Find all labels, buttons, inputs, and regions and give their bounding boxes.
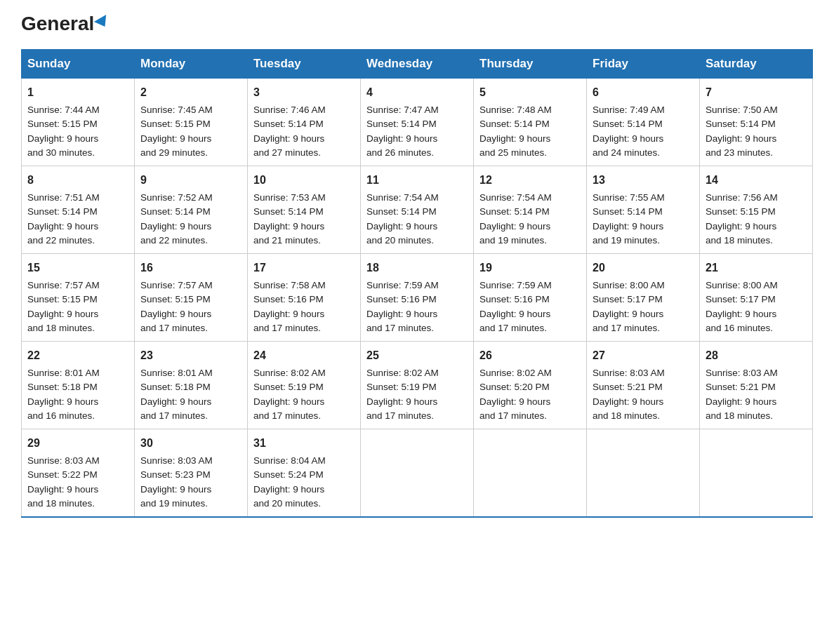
- day-number: 6: [593, 84, 694, 101]
- day-number: 29: [27, 435, 128, 452]
- day-number: 26: [479, 347, 581, 364]
- day-number: 15: [27, 260, 128, 276]
- calendar-cell: 19Sunrise: 7:59 AMSunset: 5:16 PMDayligh…: [474, 254, 587, 342]
- logo: General: [21, 14, 110, 35]
- calendar-cell: [361, 429, 474, 518]
- col-tuesday: Tuesday: [248, 50, 361, 79]
- day-number: 22: [27, 347, 128, 364]
- calendar-cell: 4Sunrise: 7:47 AMSunset: 5:14 PMDaylight…: [361, 79, 474, 166]
- calendar-cell: 18Sunrise: 7:59 AMSunset: 5:16 PMDayligh…: [361, 254, 474, 342]
- calendar-week-row: 8Sunrise: 7:51 AMSunset: 5:14 PMDaylight…: [22, 166, 813, 254]
- calendar-cell: 23Sunrise: 8:01 AMSunset: 5:18 PMDayligh…: [135, 342, 248, 429]
- calendar-week-row: 29Sunrise: 8:03 AMSunset: 5:22 PMDayligh…: [22, 429, 813, 518]
- calendar-cell: 31Sunrise: 8:04 AMSunset: 5:24 PMDayligh…: [248, 429, 361, 518]
- calendar-cell: 17Sunrise: 7:58 AMSunset: 5:16 PMDayligh…: [248, 254, 361, 342]
- day-number: 27: [593, 347, 694, 364]
- calendar-cell: [587, 429, 700, 518]
- day-number: 2: [140, 84, 241, 101]
- calendar-cell: 7Sunrise: 7:50 AMSunset: 5:14 PMDaylight…: [700, 79, 813, 166]
- day-number: 28: [706, 347, 807, 364]
- calendar-week-row: 1Sunrise: 7:44 AMSunset: 5:15 PMDaylight…: [22, 79, 813, 166]
- day-number: 1: [27, 84, 128, 101]
- calendar-cell: 26Sunrise: 8:02 AMSunset: 5:20 PMDayligh…: [474, 342, 587, 429]
- day-number: 31: [253, 435, 355, 452]
- calendar-cell: 12Sunrise: 7:54 AMSunset: 5:14 PMDayligh…: [474, 166, 587, 254]
- calendar-cell: 16Sunrise: 7:57 AMSunset: 5:15 PMDayligh…: [135, 254, 248, 342]
- calendar-cell: 14Sunrise: 7:56 AMSunset: 5:15 PMDayligh…: [700, 166, 813, 254]
- calendar-cell: 2Sunrise: 7:45 AMSunset: 5:15 PMDaylight…: [135, 79, 248, 166]
- day-number: 7: [706, 84, 807, 101]
- day-number: 30: [140, 435, 241, 452]
- calendar-body: 1Sunrise: 7:44 AMSunset: 5:15 PMDaylight…: [22, 79, 813, 518]
- calendar-cell: 15Sunrise: 7:57 AMSunset: 5:15 PMDayligh…: [22, 254, 135, 342]
- calendar-cell: [700, 429, 813, 518]
- calendar-cell: 13Sunrise: 7:55 AMSunset: 5:14 PMDayligh…: [587, 166, 700, 254]
- day-number: 5: [479, 84, 581, 101]
- page-header: General: [21, 14, 813, 35]
- day-number: 12: [479, 172, 581, 189]
- day-number: 23: [140, 347, 241, 364]
- calendar-cell: 11Sunrise: 7:54 AMSunset: 5:14 PMDayligh…: [361, 166, 474, 254]
- calendar-cell: 21Sunrise: 8:00 AMSunset: 5:17 PMDayligh…: [700, 254, 813, 342]
- calendar-table: Sunday Monday Tuesday Wednesday Thursday…: [21, 49, 813, 518]
- day-number: 4: [366, 84, 468, 101]
- logo-general-text: General: [21, 14, 110, 34]
- day-number: 21: [706, 260, 807, 276]
- day-number: 20: [593, 260, 694, 276]
- day-number: 14: [706, 172, 807, 189]
- calendar-cell: 29Sunrise: 8:03 AMSunset: 5:22 PMDayligh…: [22, 429, 135, 518]
- calendar-cell: [474, 429, 587, 518]
- day-number: 25: [366, 347, 468, 364]
- calendar-cell: 9Sunrise: 7:52 AMSunset: 5:14 PMDaylight…: [135, 166, 248, 254]
- calendar-cell: 25Sunrise: 8:02 AMSunset: 5:19 PMDayligh…: [361, 342, 474, 429]
- calendar-cell: 8Sunrise: 7:51 AMSunset: 5:14 PMDaylight…: [22, 166, 135, 254]
- day-number: 24: [253, 347, 355, 364]
- calendar-week-row: 15Sunrise: 7:57 AMSunset: 5:15 PMDayligh…: [22, 254, 813, 342]
- calendar-cell: 20Sunrise: 8:00 AMSunset: 5:17 PMDayligh…: [587, 254, 700, 342]
- day-number: 9: [140, 172, 241, 189]
- calendar-cell: 6Sunrise: 7:49 AMSunset: 5:14 PMDaylight…: [587, 79, 700, 166]
- day-number: 11: [366, 172, 468, 189]
- logo-triangle-icon: [94, 15, 111, 30]
- col-wednesday: Wednesday: [361, 50, 474, 79]
- day-number: 19: [479, 260, 581, 276]
- day-number: 16: [140, 260, 241, 276]
- col-sunday: Sunday: [22, 50, 135, 79]
- col-monday: Monday: [135, 50, 248, 79]
- calendar-cell: 27Sunrise: 8:03 AMSunset: 5:21 PMDayligh…: [587, 342, 700, 429]
- col-friday: Friday: [587, 50, 700, 79]
- day-number: 18: [366, 260, 468, 276]
- calendar-week-row: 22Sunrise: 8:01 AMSunset: 5:18 PMDayligh…: [22, 342, 813, 429]
- day-number: 8: [27, 172, 128, 189]
- calendar-header-row: Sunday Monday Tuesday Wednesday Thursday…: [22, 50, 813, 79]
- day-number: 17: [253, 260, 355, 276]
- day-number: 13: [593, 172, 694, 189]
- day-number: 10: [253, 172, 355, 189]
- day-number: 3: [253, 84, 355, 101]
- col-thursday: Thursday: [474, 50, 587, 79]
- calendar-cell: 24Sunrise: 8:02 AMSunset: 5:19 PMDayligh…: [248, 342, 361, 429]
- calendar-cell: 5Sunrise: 7:48 AMSunset: 5:14 PMDaylight…: [474, 79, 587, 166]
- calendar-cell: 3Sunrise: 7:46 AMSunset: 5:14 PMDaylight…: [248, 79, 361, 166]
- calendar-cell: 28Sunrise: 8:03 AMSunset: 5:21 PMDayligh…: [700, 342, 813, 429]
- calendar-cell: 22Sunrise: 8:01 AMSunset: 5:18 PMDayligh…: [22, 342, 135, 429]
- calendar-cell: 1Sunrise: 7:44 AMSunset: 5:15 PMDaylight…: [22, 79, 135, 166]
- calendar-cell: 10Sunrise: 7:53 AMSunset: 5:14 PMDayligh…: [248, 166, 361, 254]
- calendar-cell: 30Sunrise: 8:03 AMSunset: 5:23 PMDayligh…: [135, 429, 248, 518]
- col-saturday: Saturday: [700, 50, 813, 79]
